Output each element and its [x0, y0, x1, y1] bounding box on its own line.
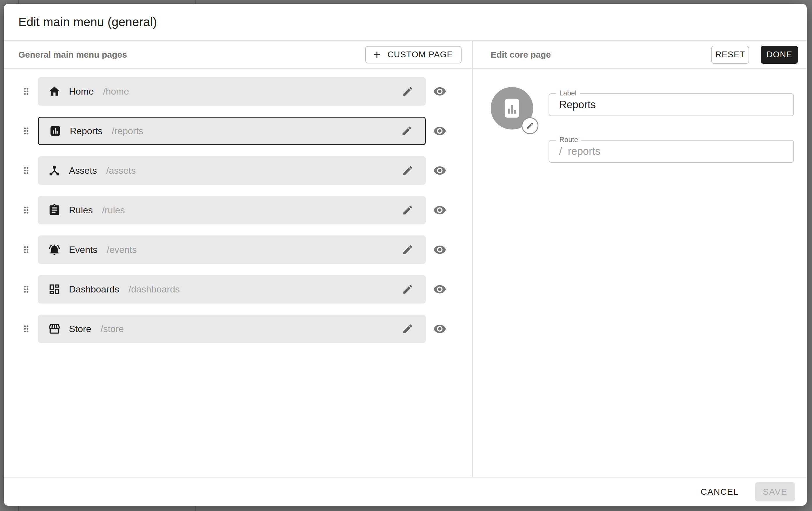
plus-icon	[372, 50, 382, 60]
visibility-eye-icon[interactable]	[433, 322, 446, 335]
page-route: /events	[107, 244, 137, 255]
rules-icon	[48, 204, 61, 216]
edit-core-page-form: Label Route / reports	[473, 69, 807, 163]
reports-icon	[49, 125, 62, 137]
menu-page-card[interactable]: Assets /assets	[38, 156, 426, 185]
route-field-legend: Route	[556, 136, 581, 144]
menu-row: Events /events	[4, 235, 472, 264]
visibility-eye-icon[interactable]	[433, 282, 446, 296]
page-label: Home	[69, 86, 94, 97]
done-button[interactable]: DONE	[761, 46, 798, 64]
left-section-title: General main menu pages	[18, 50, 365, 60]
page-label: Reports	[70, 126, 103, 137]
right-section-title: Edit core page	[491, 50, 711, 60]
dialog-title-bar: Edit main menu (general)	[4, 4, 807, 41]
page-label: Events	[69, 244, 97, 255]
edit-core-page-panel: Edit core page RESET DONE	[473, 41, 807, 477]
menu-page-card[interactable]: Events /events	[38, 235, 426, 264]
menu-page-card[interactable]: Home /home	[38, 77, 426, 106]
route-field[interactable]: Route / reports	[549, 140, 794, 163]
page-route: /home	[103, 86, 129, 97]
pencil-icon	[526, 122, 534, 130]
menu-row: Home /home	[4, 77, 472, 106]
page-label: Rules	[69, 205, 93, 216]
label-field[interactable]: Label	[549, 93, 794, 116]
edit-pencil-icon[interactable]	[402, 323, 413, 335]
route-value: / reports	[559, 145, 601, 157]
menu-page-card[interactable]: Rules /rules	[38, 196, 426, 224]
route-prefix: /	[559, 145, 562, 157]
change-icon-button[interactable]	[522, 117, 539, 134]
drag-handle-icon[interactable]	[21, 164, 31, 177]
page-label: Dashboards	[69, 284, 119, 295]
visibility-eye-icon[interactable]	[433, 124, 446, 138]
custom-page-button[interactable]: CUSTOM PAGE	[365, 46, 462, 63]
save-button[interactable]: SAVE	[755, 482, 795, 502]
reset-button[interactable]: RESET	[711, 46, 749, 64]
menu-page-card[interactable]: Dashboards /dashboards	[38, 275, 426, 303]
dialog-footer: CANCEL SAVE	[4, 477, 807, 506]
edit-pencil-icon[interactable]	[402, 244, 413, 256]
general-pages-panel: General main menu pages CUSTOM PAGE Home…	[4, 41, 473, 477]
visibility-eye-icon[interactable]	[433, 243, 446, 257]
left-section-header: General main menu pages CUSTOM PAGE	[4, 41, 472, 69]
page-route: /rules	[102, 205, 125, 216]
events-icon	[48, 243, 61, 256]
drag-handle-icon[interactable]	[21, 282, 31, 296]
visibility-eye-icon[interactable]	[433, 203, 446, 217]
drag-handle-icon[interactable]	[21, 322, 31, 335]
dashboards-icon	[48, 283, 61, 296]
dialog-content: General main menu pages CUSTOM PAGE Home…	[4, 41, 807, 477]
edit-main-menu-dialog: Edit main menu (general) General main me…	[4, 4, 807, 506]
edit-pencil-icon[interactable]	[402, 86, 413, 97]
edit-pencil-icon[interactable]	[402, 283, 413, 295]
page-route: /dashboards	[128, 284, 180, 295]
page-icon-avatar	[491, 87, 533, 129]
visibility-eye-icon[interactable]	[433, 85, 446, 98]
edit-pencil-icon[interactable]	[401, 125, 413, 137]
menu-page-card[interactable]: Store /store	[38, 314, 426, 343]
label-field-legend: Label	[556, 89, 580, 97]
edit-pencil-icon[interactable]	[402, 165, 413, 176]
menu-row: Assets /assets	[4, 156, 472, 185]
page-route: /store	[100, 324, 124, 334]
dialog-title: Edit main menu (general)	[18, 15, 157, 29]
menu-row: Rules /rules	[4, 196, 472, 224]
page-route: /assets	[106, 165, 136, 176]
drag-handle-icon[interactable]	[21, 124, 31, 138]
edit-pencil-icon[interactable]	[402, 204, 413, 216]
menu-list: Home /home Reports /reports	[4, 69, 472, 354]
route-text: reports	[568, 145, 601, 157]
label-input[interactable]	[559, 99, 783, 111]
assets-icon	[48, 164, 61, 177]
page-label: Store	[69, 324, 91, 334]
menu-page-card[interactable]: Reports /reports	[38, 117, 426, 145]
drag-handle-icon[interactable]	[21, 85, 31, 98]
drag-handle-icon[interactable]	[21, 203, 31, 217]
drag-handle-icon[interactable]	[21, 243, 31, 257]
page-label: Assets	[69, 165, 97, 176]
field-group: Label Route / reports	[549, 93, 794, 163]
menu-row: Reports /reports	[4, 117, 472, 145]
menu-row: Dashboards /dashboards	[4, 275, 472, 303]
visibility-eye-icon[interactable]	[433, 164, 446, 177]
menu-row: Store /store	[4, 314, 472, 343]
cancel-button[interactable]: CANCEL	[698, 483, 742, 501]
custom-page-button-label: CUSTOM PAGE	[387, 50, 453, 59]
store-icon	[48, 323, 61, 335]
right-section-header: Edit core page RESET DONE	[473, 41, 807, 69]
home-icon	[48, 85, 61, 98]
page-route: /reports	[112, 126, 143, 137]
